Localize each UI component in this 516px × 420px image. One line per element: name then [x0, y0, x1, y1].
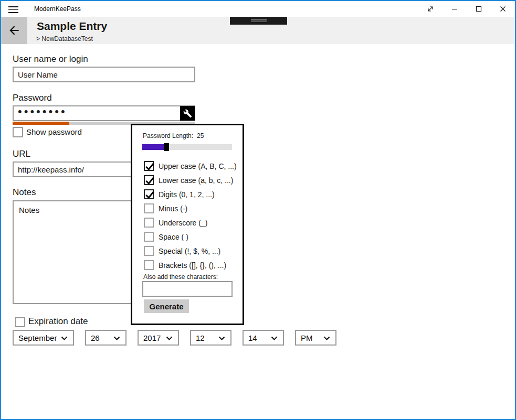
show-password-label: Show password: [26, 127, 82, 136]
option-minus[interactable]: Minus (-): [144, 201, 237, 216]
grabber-lines-icon: [251, 19, 267, 20]
option-label: Space ( ): [159, 233, 188, 241]
fullscreen-button[interactable]: [418, 1, 443, 17]
checkmark-icon: [144, 189, 155, 200]
minute-dropdown[interactable]: 14: [243, 330, 284, 346]
window-controls: [418, 1, 515, 17]
option-space[interactable]: Space ( ): [144, 230, 237, 244]
checkbox[interactable]: [144, 260, 154, 270]
minute-value: 14: [248, 333, 257, 342]
hour-value: 12: [196, 333, 205, 342]
app-title: ModernKeePass: [34, 5, 81, 13]
option-digits[interactable]: Digits (0, 1, 2, ...): [144, 187, 237, 201]
also-add-label: Also add these characters:: [143, 273, 218, 281]
month-value: September: [18, 333, 57, 342]
hamburger-icon: [8, 6, 18, 7]
url-value: http://keepass.info/: [18, 165, 84, 174]
commandbar-more-button[interactable]: [230, 17, 287, 25]
password-length-slider[interactable]: [142, 144, 232, 150]
checkbox[interactable]: [144, 218, 154, 228]
day-dropdown[interactable]: 26: [85, 330, 127, 346]
ampm-dropdown[interactable]: PM: [295, 330, 336, 346]
password-input[interactable]: ••••••••: [13, 105, 195, 121]
password-masked-value: ••••••••: [18, 109, 67, 114]
minimize-icon: [451, 6, 458, 12]
password-label: Password: [13, 93, 52, 103]
option-label: Minus (-): [159, 204, 187, 213]
option-label: Lower case (a, b, c, ...): [159, 176, 233, 185]
option-lower-case[interactable]: Lower case (a, b, c, ...): [144, 173, 237, 187]
chevron-down-icon: [271, 336, 278, 341]
password-length-value: 25: [197, 132, 204, 139]
checkmark-icon: [144, 175, 155, 186]
checkbox[interactable]: [144, 161, 154, 171]
back-arrow-icon: [7, 24, 21, 37]
diagonal-resize-icon: [427, 5, 434, 13]
option-label: Brackets ([], {}, (), ...): [159, 261, 226, 270]
password-generator-popup: Password Length: 25 Upper case (A, B, C,…: [131, 124, 244, 325]
expiration-label: Expiration date: [28, 316, 88, 327]
title-bar: ModernKeePass: [1, 1, 515, 17]
maximize-button[interactable]: [467, 1, 491, 17]
checkbox[interactable]: [144, 246, 154, 256]
option-label: Special (!, $, %, ...): [159, 247, 220, 255]
username-label: User name or login: [13, 54, 88, 64]
option-special[interactable]: Special (!, $, %, ...): [144, 244, 237, 258]
checkbox[interactable]: [144, 189, 154, 199]
charset-options: Upper case (A, B, C, ...) Lower case (a,…: [144, 159, 237, 272]
password-strength-fill: [13, 122, 69, 125]
generate-button[interactable]: Generate: [144, 299, 189, 313]
option-underscore[interactable]: Underscore (_): [144, 216, 237, 230]
option-label: Digits (0, 1, 2, ...): [159, 190, 215, 199]
wrench-icon: [183, 109, 192, 118]
option-upper-case[interactable]: Upper case (A, B, C, ...): [144, 159, 237, 173]
expiration-checkbox[interactable]: [15, 317, 25, 327]
ampm-value: PM: [301, 333, 313, 342]
chevron-down-icon: [166, 336, 173, 341]
close-button[interactable]: [491, 1, 515, 17]
url-label: URL: [13, 149, 30, 159]
password-generator-button[interactable]: [180, 106, 195, 121]
hamburger-menu-button[interactable]: [8, 6, 18, 13]
hour-dropdown[interactable]: 12: [190, 330, 231, 346]
slider-fill: [142, 144, 164, 150]
year-dropdown[interactable]: 2017: [138, 330, 179, 346]
chevron-down-icon: [113, 336, 120, 341]
page-title: Sample Entry: [37, 20, 107, 33]
password-length-row: Password Length: 25: [143, 132, 204, 139]
username-input[interactable]: User Name: [13, 67, 195, 82]
maximize-icon: [476, 6, 482, 12]
option-label: Underscore (_): [159, 219, 207, 227]
also-add-input[interactable]: [142, 281, 233, 297]
year-value: 2017: [143, 333, 161, 342]
close-icon: [500, 6, 506, 12]
option-brackets[interactable]: Brackets ([], {}, (), ...): [144, 258, 237, 272]
checkbox[interactable]: [144, 232, 154, 242]
chevron-down-icon: [218, 336, 225, 341]
app-window: ModernKeePass: [0, 0, 516, 420]
username-value: User Name: [18, 70, 58, 79]
notes-label: Notes: [13, 187, 36, 198]
month-dropdown[interactable]: September: [13, 330, 74, 346]
option-label: Upper case (A, B, C, ...): [159, 162, 237, 170]
checkmark-icon: [144, 161, 155, 172]
chevron-down-icon: [61, 336, 68, 341]
notes-value: Notes: [19, 206, 39, 214]
show-password-checkbox[interactable]: [13, 127, 23, 137]
chevron-down-icon: [323, 336, 330, 341]
checkbox[interactable]: [144, 175, 154, 185]
generate-label: Generate: [149, 302, 183, 311]
minimize-button[interactable]: [443, 1, 467, 17]
breadcrumb: > NewDatabaseTest: [36, 35, 93, 42]
back-button[interactable]: [1, 17, 27, 44]
slider-thumb[interactable]: [164, 143, 169, 151]
checkbox[interactable]: [144, 203, 154, 213]
password-length-label: Password Length:: [143, 132, 193, 139]
day-value: 26: [91, 333, 100, 342]
